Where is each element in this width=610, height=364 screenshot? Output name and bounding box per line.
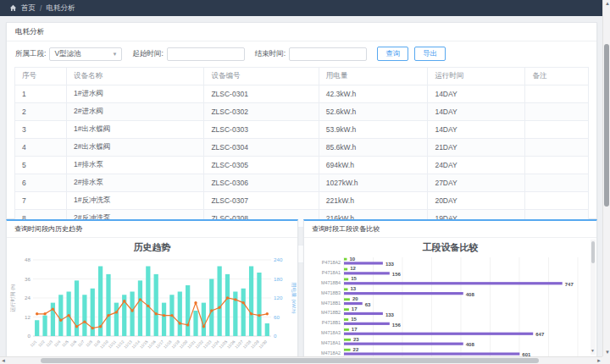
table-cell: 1#进水阀 xyxy=(66,85,203,103)
app-window: 首页 / 电耗分析 电耗分析 所属工段: V型滤池 ▼ 起始时间: 结束时间: … xyxy=(0,0,610,364)
table-cell: 14DAY xyxy=(428,85,525,103)
table-row[interactable]: 22#进水阀ZLSC-030252.6kW.h14DAY xyxy=(15,103,589,121)
svg-text:12: 12 xyxy=(350,266,356,271)
query-button[interactable]: 查询 xyxy=(377,47,408,61)
table-cell: 2 xyxy=(15,103,67,121)
svg-text:120: 120 xyxy=(274,295,283,301)
device-compare-panel: 查询时段工段设备比较 工段设备比较 P4718A210133P4718A1121… xyxy=(303,219,597,364)
table-row[interactable]: 71#反冲洗泵ZLSC-0307221kW.h20DAY xyxy=(15,192,589,210)
svg-text:240: 240 xyxy=(274,256,283,262)
history-trend-panel: 查询时间段内历史趋势 历史趋势 01224364806012018024011/… xyxy=(6,219,298,364)
svg-text:11/2: 11/2 xyxy=(37,339,46,348)
end-time-label: 结束时间: xyxy=(255,49,286,59)
start-time-input[interactable] xyxy=(167,47,245,61)
table-cell: 21DAY xyxy=(428,139,525,157)
table-cell: 42.3kW.h xyxy=(319,85,428,103)
start-time-label: 起始时间: xyxy=(132,49,163,59)
table-cell: 1#出水蝶阀 xyxy=(66,121,203,139)
svg-text:11/30: 11/30 xyxy=(258,339,269,350)
table-header-cell: 备注 xyxy=(525,68,589,85)
svg-text:36: 36 xyxy=(25,276,30,282)
svg-text:运行时间 (h): 运行时间 (h) xyxy=(10,284,16,312)
svg-text:11/10: 11/10 xyxy=(99,339,109,350)
filter-row: 所属工段: V型滤池 ▼ 起始时间: 结束时间: 查询 导出 xyxy=(7,41,596,66)
section-select-value: V型滤池 xyxy=(54,49,80,59)
svg-text:11/3: 11/3 xyxy=(46,339,54,348)
svg-text:用电量 (kW.h): 用电量 (kW.h) xyxy=(291,283,297,314)
table-cell: 52.6kW.h xyxy=(319,103,428,121)
table-cell: 3 xyxy=(15,121,67,139)
trend-chart-title: 历史趋势 xyxy=(7,238,297,255)
table-cell: 1027kW.h xyxy=(319,174,428,192)
table-cell: 53.9kW.h xyxy=(319,121,428,139)
history-trend-panel-title: 查询时间段内历史趋势 xyxy=(7,221,297,238)
scroll-down-icon[interactable]: ▼ xyxy=(591,347,595,355)
table-cell: ZLSC-0303 xyxy=(204,121,319,139)
table-row[interactable]: 11#进水阀ZLSC-030142.3kW.h14DAY xyxy=(15,85,589,103)
svg-text:408: 408 xyxy=(465,342,474,347)
table-cell xyxy=(525,103,589,121)
svg-text:133: 133 xyxy=(385,262,394,267)
svg-text:408: 408 xyxy=(465,292,474,297)
breadcrumb-bar: 首页 / 电耗分析 xyxy=(0,0,610,16)
scroll-right-icon[interactable]: ► xyxy=(596,357,602,364)
table-header-cell: 设备编号 xyxy=(204,68,319,85)
svg-text:M4718B3: M4718B3 xyxy=(320,290,340,295)
export-button[interactable]: 导出 xyxy=(414,47,446,61)
svg-text:23: 23 xyxy=(352,337,358,342)
svg-text:M4718B1: M4718B1 xyxy=(320,301,340,306)
table-cell: ZLSC-0302 xyxy=(204,103,319,121)
svg-text:60: 60 xyxy=(274,314,280,320)
svg-text:11/5: 11/5 xyxy=(61,339,69,348)
section-select[interactable]: V型滤池 ▼ xyxy=(49,47,122,61)
end-time-input[interactable] xyxy=(289,47,367,61)
window-vertical-scrollbar[interactable]: ▲ ▼ xyxy=(602,0,610,356)
scroll-down-icon[interactable]: ▼ xyxy=(605,349,610,356)
svg-text:P4718A1: P4718A1 xyxy=(321,270,340,275)
horizontal-scrollbar-thumb[interactable] xyxy=(41,358,539,363)
device-compare-chart: P4718A210133P4718A112156M4718B415747M471… xyxy=(308,255,593,361)
svg-text:15: 15 xyxy=(351,317,357,322)
svg-text:22: 22 xyxy=(352,347,358,352)
table-cell: 2#排水泵 xyxy=(66,174,203,192)
home-icon[interactable] xyxy=(9,4,17,12)
table-row[interactable]: 31#出水蝶阀ZLSC-030353.9kW.h14DAY xyxy=(15,121,589,139)
svg-text:M4718B4: M4718B4 xyxy=(320,280,340,285)
scroll-left-icon[interactable]: ◄ xyxy=(1,357,6,364)
table-cell: 1#排水泵 xyxy=(66,157,203,174)
vertical-scrollbar-thumb[interactable] xyxy=(604,44,609,207)
table-cell: 1 xyxy=(15,85,67,103)
table-cell xyxy=(525,192,589,210)
svg-text:P4718B1: P4718B1 xyxy=(321,320,340,325)
table-cell: 2#进水阀 xyxy=(66,103,203,121)
svg-text:133: 133 xyxy=(385,312,394,317)
table-cell: ZLSC-0301 xyxy=(204,85,319,103)
table-cell xyxy=(525,139,589,157)
power-analysis-card: 电耗分析 所属工段: V型滤池 ▼ 起始时间: 结束时间: 查询 导出 序号设备… xyxy=(6,22,597,219)
panel-scrollbar-thumb[interactable] xyxy=(591,241,595,263)
table-cell xyxy=(525,174,589,192)
table-cell: 85.6kW.h xyxy=(319,139,428,157)
history-trend-chart: 01224364806012018024011/111/211/311/411/… xyxy=(8,255,297,361)
svg-text:P4718A2: P4718A2 xyxy=(321,260,340,265)
table-row[interactable]: 51#排水泵ZLSC-0305694kW.h24DAY xyxy=(15,157,589,174)
window-horizontal-scrollbar[interactable]: ◄ ► xyxy=(0,356,602,364)
table-cell: 20DAY xyxy=(428,192,525,210)
table-cell: 14DAY xyxy=(428,103,525,121)
breadcrumb-separator: / xyxy=(40,4,42,13)
table-header-cell: 运行时间 xyxy=(428,68,525,85)
table-cell: ZLSC-0304 xyxy=(204,139,319,157)
svg-text:156: 156 xyxy=(391,272,401,277)
panel-vertical-scrollbar[interactable]: ▼ xyxy=(591,240,596,355)
table-row[interactable]: 62#排水泵ZLSC-03061027kW.h27DAY xyxy=(15,174,589,192)
scrollbar-corner xyxy=(602,356,610,364)
svg-text:M4718A1: M4718A1 xyxy=(320,340,340,345)
table-row[interactable]: 42#出水蝶阀ZLSC-030485.6kW.h21DAY xyxy=(15,139,589,157)
svg-text:11/8: 11/8 xyxy=(85,339,93,348)
device-compare-panel-title: 查询时段工段设备比较 xyxy=(304,221,596,238)
svg-text:M4718B2: M4718B2 xyxy=(320,310,340,315)
svg-text:10: 10 xyxy=(349,256,355,262)
table-cell: 5 xyxy=(15,157,67,174)
scroll-up-icon[interactable]: ▲ xyxy=(605,0,610,8)
breadcrumb-home[interactable]: 首页 xyxy=(21,3,36,14)
